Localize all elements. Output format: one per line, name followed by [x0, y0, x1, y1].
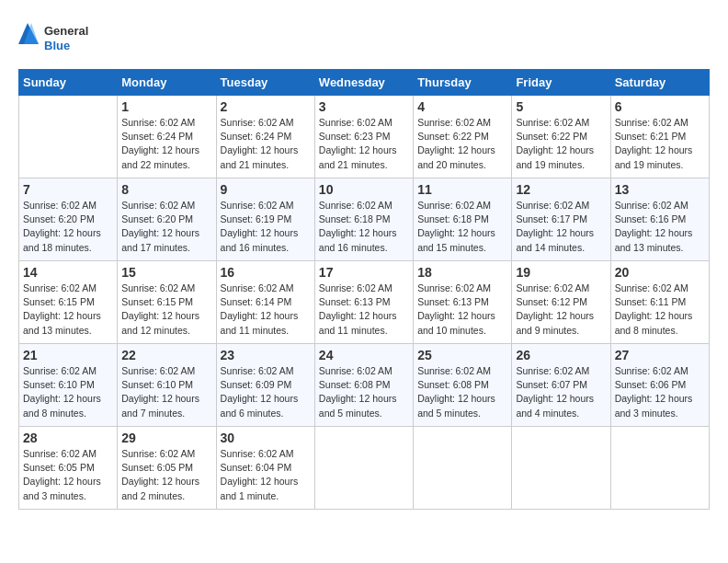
day-info: Sunrise: 6:02 AMSunset: 6:14 PMDaylight:…	[221, 282, 311, 338]
calendar-cell: 18Sunrise: 6:02 AMSunset: 6:13 PMDayligh…	[414, 261, 512, 344]
day-info: Sunrise: 6:02 AMSunset: 6:20 PMDaylight:…	[23, 199, 113, 255]
day-number: 1	[121, 99, 211, 114]
week-row-3: 14Sunrise: 6:02 AMSunset: 6:15 PMDayligh…	[19, 261, 710, 344]
day-number: 22	[121, 348, 211, 362]
day-number: 11	[417, 182, 507, 197]
calendar-cell: 4Sunrise: 6:02 AMSunset: 6:22 PMDaylight…	[414, 96, 512, 178]
day-number: 19	[516, 265, 606, 280]
day-info: Sunrise: 6:02 AMSunset: 6:09 PMDaylight:…	[221, 364, 311, 420]
day-info: Sunrise: 6:02 AMSunset: 6:24 PMDaylight:…	[121, 116, 211, 172]
day-info: Sunrise: 6:02 AMSunset: 6:21 PMDaylight:…	[615, 116, 705, 172]
day-number: 24	[319, 348, 409, 362]
weekday-header-monday: Monday	[118, 70, 216, 96]
calendar-cell: 23Sunrise: 6:02 AMSunset: 6:09 PMDayligh…	[216, 344, 314, 427]
day-number: 15	[121, 265, 211, 280]
calendar-cell: 22Sunrise: 6:02 AMSunset: 6:10 PMDayligh…	[118, 344, 216, 427]
day-info: Sunrise: 6:02 AMSunset: 6:13 PMDaylight:…	[417, 282, 507, 338]
weekday-header-tuesday: Tuesday	[216, 70, 314, 96]
day-number: 9	[221, 182, 311, 197]
day-number: 3	[319, 99, 409, 114]
day-number: 10	[319, 182, 409, 197]
calendar-cell: 11Sunrise: 6:02 AMSunset: 6:18 PMDayligh…	[414, 178, 512, 261]
day-number: 8	[121, 182, 211, 197]
calendar-cell: 16Sunrise: 6:02 AMSunset: 6:14 PMDayligh…	[216, 261, 314, 344]
calendar-cell: 9Sunrise: 6:02 AMSunset: 6:19 PMDaylight…	[216, 178, 314, 261]
calendar-cell	[512, 427, 610, 510]
day-number: 14	[23, 265, 113, 280]
day-number: 2	[221, 99, 311, 114]
day-number: 27	[615, 348, 705, 362]
day-info: Sunrise: 6:02 AMSunset: 6:18 PMDaylight:…	[319, 199, 409, 255]
calendar-cell: 5Sunrise: 6:02 AMSunset: 6:22 PMDaylight…	[512, 96, 610, 178]
day-info: Sunrise: 6:02 AMSunset: 6:10 PMDaylight:…	[121, 364, 211, 420]
day-info: Sunrise: 6:02 AMSunset: 6:17 PMDaylight:…	[516, 199, 606, 255]
calendar-cell: 15Sunrise: 6:02 AMSunset: 6:15 PMDayligh…	[118, 261, 216, 344]
weekday-header-row: SundayMondayTuesdayWednesdayThursdayFrid…	[19, 70, 710, 96]
day-info: Sunrise: 6:02 AMSunset: 6:16 PMDaylight:…	[615, 199, 705, 255]
calendar-cell: 14Sunrise: 6:02 AMSunset: 6:15 PMDayligh…	[19, 261, 118, 344]
calendar-cell: 24Sunrise: 6:02 AMSunset: 6:08 PMDayligh…	[314, 344, 413, 427]
logo-svg: General Blue	[18, 18, 92, 60]
day-info: Sunrise: 6:02 AMSunset: 6:12 PMDaylight:…	[516, 282, 606, 338]
calendar-cell: 7Sunrise: 6:02 AMSunset: 6:20 PMDaylight…	[19, 178, 118, 261]
day-number: 30	[221, 431, 311, 445]
day-number: 7	[23, 182, 113, 197]
day-number: 18	[417, 265, 507, 280]
day-info: Sunrise: 6:02 AMSunset: 6:20 PMDaylight:…	[121, 199, 211, 255]
day-info: Sunrise: 6:02 AMSunset: 6:11 PMDaylight:…	[615, 282, 705, 338]
weekday-header-thursday: Thursday	[414, 70, 512, 96]
day-number: 21	[23, 348, 113, 362]
calendar-cell: 17Sunrise: 6:02 AMSunset: 6:13 PMDayligh…	[314, 261, 413, 344]
day-info: Sunrise: 6:02 AMSunset: 6:05 PMDaylight:…	[121, 447, 211, 503]
day-number: 4	[417, 99, 507, 114]
day-info: Sunrise: 6:02 AMSunset: 6:18 PMDaylight:…	[417, 199, 507, 255]
calendar-cell: 3Sunrise: 6:02 AMSunset: 6:23 PMDaylight…	[314, 96, 413, 178]
day-info: Sunrise: 6:02 AMSunset: 6:23 PMDaylight:…	[319, 116, 409, 172]
header: General Blue	[18, 18, 710, 60]
day-number: 25	[417, 348, 507, 362]
day-number: 17	[319, 265, 409, 280]
weekday-header-saturday: Saturday	[610, 70, 709, 96]
day-number: 12	[516, 182, 606, 197]
day-info: Sunrise: 6:02 AMSunset: 6:10 PMDaylight:…	[23, 364, 113, 420]
svg-text:Blue: Blue	[44, 39, 70, 52]
week-row-4: 21Sunrise: 6:02 AMSunset: 6:10 PMDayligh…	[19, 344, 710, 427]
logo: General Blue	[18, 18, 92, 60]
week-row-1: 1Sunrise: 6:02 AMSunset: 6:24 PMDaylight…	[19, 96, 710, 178]
calendar-cell: 2Sunrise: 6:02 AMSunset: 6:24 PMDaylight…	[216, 96, 314, 178]
calendar-cell	[610, 427, 709, 510]
day-info: Sunrise: 6:02 AMSunset: 6:07 PMDaylight:…	[516, 364, 606, 420]
calendar-cell: 19Sunrise: 6:02 AMSunset: 6:12 PMDayligh…	[512, 261, 610, 344]
calendar-cell	[414, 427, 512, 510]
calendar-cell: 20Sunrise: 6:02 AMSunset: 6:11 PMDayligh…	[610, 261, 709, 344]
calendar-cell: 30Sunrise: 6:02 AMSunset: 6:04 PMDayligh…	[216, 427, 314, 510]
day-info: Sunrise: 6:02 AMSunset: 6:15 PMDaylight:…	[23, 282, 113, 338]
calendar-cell: 27Sunrise: 6:02 AMSunset: 6:06 PMDayligh…	[610, 344, 709, 427]
day-info: Sunrise: 6:02 AMSunset: 6:08 PMDaylight:…	[319, 364, 409, 420]
day-info: Sunrise: 6:02 AMSunset: 6:06 PMDaylight:…	[615, 364, 705, 420]
calendar-cell: 28Sunrise: 6:02 AMSunset: 6:05 PMDayligh…	[19, 427, 118, 510]
day-number: 29	[121, 431, 211, 445]
day-info: Sunrise: 6:02 AMSunset: 6:22 PMDaylight:…	[417, 116, 507, 172]
calendar-cell: 25Sunrise: 6:02 AMSunset: 6:08 PMDayligh…	[414, 344, 512, 427]
calendar-cell	[314, 427, 413, 510]
day-info: Sunrise: 6:02 AMSunset: 6:05 PMDaylight:…	[23, 447, 113, 503]
calendar-cell: 1Sunrise: 6:02 AMSunset: 6:24 PMDaylight…	[118, 96, 216, 178]
calendar-cell	[19, 96, 118, 178]
week-row-2: 7Sunrise: 6:02 AMSunset: 6:20 PMDaylight…	[19, 178, 710, 261]
calendar-cell: 6Sunrise: 6:02 AMSunset: 6:21 PMDaylight…	[610, 96, 709, 178]
day-info: Sunrise: 6:02 AMSunset: 6:22 PMDaylight:…	[516, 116, 606, 172]
calendar-cell: 26Sunrise: 6:02 AMSunset: 6:07 PMDayligh…	[512, 344, 610, 427]
weekday-header-friday: Friday	[512, 70, 610, 96]
day-number: 28	[23, 431, 113, 445]
calendar-table: SundayMondayTuesdayWednesdayThursdayFrid…	[18, 69, 710, 510]
day-number: 26	[516, 348, 606, 362]
day-number: 23	[221, 348, 311, 362]
day-info: Sunrise: 6:02 AMSunset: 6:15 PMDaylight:…	[121, 282, 211, 338]
day-info: Sunrise: 6:02 AMSunset: 6:24 PMDaylight:…	[221, 116, 311, 172]
calendar-cell: 21Sunrise: 6:02 AMSunset: 6:10 PMDayligh…	[19, 344, 118, 427]
calendar-cell: 10Sunrise: 6:02 AMSunset: 6:18 PMDayligh…	[314, 178, 413, 261]
weekday-header-sunday: Sunday	[19, 70, 118, 96]
day-info: Sunrise: 6:02 AMSunset: 6:13 PMDaylight:…	[319, 282, 409, 338]
calendar-cell: 29Sunrise: 6:02 AMSunset: 6:05 PMDayligh…	[118, 427, 216, 510]
